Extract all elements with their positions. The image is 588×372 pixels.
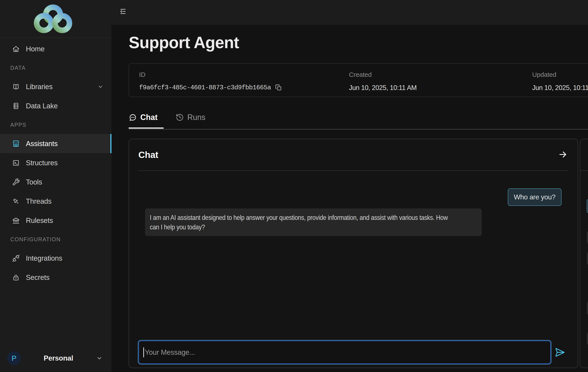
message-input[interactable]: Your Message... — [138, 340, 551, 364]
sidebar-item-data-lake[interactable]: Data Lake — [0, 96, 111, 115]
sidebar-item-assistants[interactable]: Assistants — [0, 134, 111, 153]
updated-value: Jun 10, 2025, 10:11 AM — [532, 84, 588, 92]
assistant-message-line: can I help you today? — [150, 222, 205, 232]
sidebar-item-tools[interactable]: Tools — [0, 172, 111, 192]
history-icon — [176, 113, 184, 121]
panel-collapse-icon — [119, 8, 129, 15]
chat-panel: Chat Who are you? I am an AI assistant d… — [129, 139, 578, 368]
chevron-down-icon — [96, 355, 103, 362]
assistant-meta-card: ID f9a6fcf3-485c-4601-8873-c3d9fbb1665a … — [129, 63, 588, 97]
sidebar-item-label: Data Lake — [26, 102, 58, 110]
wrench-icon — [12, 178, 20, 186]
tab-bar: ChatRuns — [129, 113, 223, 129]
text-caret — [143, 347, 144, 357]
sidebar-item-label: Libraries — [26, 83, 52, 91]
sidebar-item-home[interactable]: Home — [0, 39, 111, 58]
sidebar-item-rulesets[interactable]: Rulesets — [0, 211, 111, 230]
sidebar-item-label: Secrets — [26, 274, 50, 282]
topbar — [111, 0, 588, 25]
sidebar-item-secrets[interactable]: Secrets — [0, 268, 111, 287]
sidebar-item-label: Rulesets — [26, 216, 53, 225]
clipped-panel-header — [580, 139, 588, 171]
landmark-icon — [12, 217, 20, 224]
workspace-name: Personal — [21, 354, 96, 362]
collapse-sidebar-button[interactable] — [119, 8, 129, 17]
sidebar-header — [0, 0, 111, 38]
chat-panel-header: Chat — [138, 139, 568, 171]
bot-icon — [12, 140, 20, 148]
pin-icon — [12, 197, 20, 205]
send-message-button[interactable] — [551, 347, 568, 358]
lock-icon — [12, 274, 20, 281]
assistant-id: f9a6fcf3-485c-4601-8873-c3d9fbb1665a — [139, 84, 271, 91]
sidebar-section-label: DATA — [0, 58, 111, 77]
updated-label: Updated — [532, 71, 588, 78]
sidebar-item-label: Assistants — [26, 140, 58, 148]
sidebar-item-threads[interactable]: Threads — [0, 192, 111, 211]
griptape-logo-icon — [32, 4, 74, 34]
tab-label: Runs — [187, 113, 205, 122]
sidebar-item-label: Integrations — [26, 254, 62, 263]
page-title: Support Agent — [129, 33, 239, 52]
assistant-message-bubble: I am an AI assistant designed to help an… — [145, 208, 482, 236]
sidebar-section-label: CONFIGURATION — [0, 230, 111, 249]
created-value: Jun 10, 2025, 10:11 AM — [349, 84, 532, 92]
clipped-assistant-bubble — [587, 252, 588, 265]
sidebar-nav: HomeDATALibrariesData LakeAPPSAssistants… — [0, 39, 111, 287]
assistant-message-line: I am an AI assistant designed to help an… — [150, 213, 448, 222]
id-label: ID — [139, 71, 349, 78]
sidebar-item-libraries[interactable]: Libraries — [0, 77, 111, 96]
tabs-divider — [129, 129, 588, 130]
clipped-assistant-bubble — [587, 301, 588, 315]
workspace-switcher[interactable]: P Personal — [0, 344, 111, 372]
home-icon — [12, 45, 20, 53]
avatar: P — [7, 351, 21, 365]
main-content: Support Agent ID f9a6fcf3-485c-4601-8873… — [111, 25, 588, 372]
sidebar-item-label: Home — [26, 45, 45, 53]
unplug-icon — [12, 254, 20, 262]
copy-id-button[interactable] — [275, 84, 282, 91]
clipped-user-bubble — [587, 199, 588, 213]
clipped-assistant-bubble — [587, 332, 588, 345]
message-dots-icon — [129, 113, 137, 121]
sidebar-item-label: Tools — [26, 178, 42, 186]
message-input-placeholder: Your Message... — [145, 348, 195, 356]
chat-input-row: Your Message... — [138, 340, 568, 364]
send-icon — [555, 347, 565, 358]
open-chat-button[interactable] — [558, 150, 568, 160]
chat-panel-title: Chat — [138, 150, 158, 160]
tab-chat[interactable]: Chat — [129, 113, 164, 129]
tab-runs[interactable]: Runs — [176, 113, 211, 129]
copy-icon — [275, 84, 282, 91]
clipped-chat-panel — [580, 139, 588, 368]
tab-label: Chat — [140, 113, 158, 122]
sidebar-item-label: Threads — [26, 197, 52, 205]
chevron-down-icon — [97, 84, 104, 90]
created-label: Created — [349, 71, 532, 78]
sidebar-item-structures[interactable]: Structures — [0, 153, 111, 172]
sidebar-section-label: APPS — [0, 115, 111, 134]
sidebar: HomeDATALibrariesData LakeAPPSAssistants… — [0, 0, 111, 372]
arrow-right-icon — [558, 150, 568, 159]
sidebar-item-label: Structures — [26, 159, 58, 167]
book-open-icon — [12, 83, 20, 91]
sidebar-item-integrations[interactable]: Integrations — [0, 249, 111, 268]
user-message-bubble: Who are you? — [508, 188, 561, 206]
server-icon — [12, 102, 20, 110]
terminal-icon — [12, 159, 20, 167]
clipped-assistant-bubble — [587, 231, 588, 244]
